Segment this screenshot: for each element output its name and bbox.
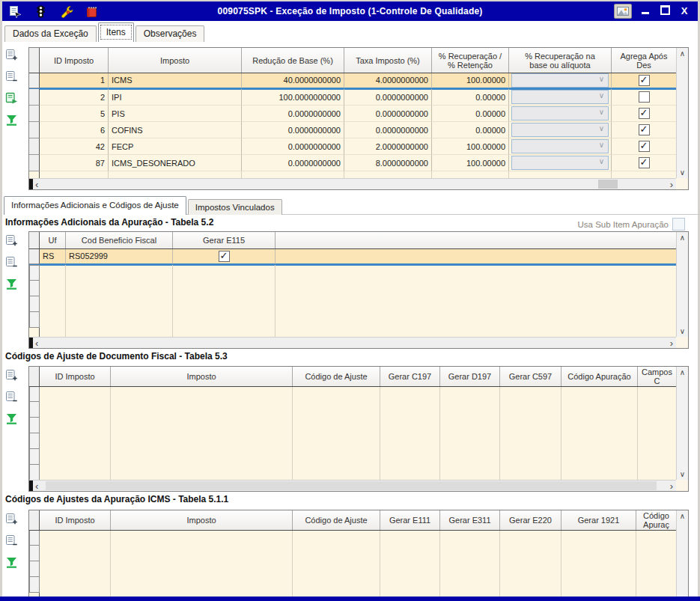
go-to-bottom-button[interactable]	[4, 113, 18, 126]
grid-cell[interactable]: COFINS	[109, 122, 242, 138]
grid-cell[interactable]: 0.00000	[432, 122, 509, 138]
scroll-left-icon[interactable]: ‹	[35, 179, 38, 189]
column-header[interactable]: Gerar C197	[380, 367, 440, 386]
grid-cell[interactable]: IPI	[109, 89, 242, 106]
horizontal-scrollbar[interactable]: ‹ ›	[29, 178, 676, 189]
row-indicator[interactable]	[29, 106, 40, 122]
column-header[interactable]: Campos C	[638, 367, 676, 386]
picture-button[interactable]	[614, 4, 632, 19]
grid-cell[interactable]: 0.0000000000	[242, 155, 344, 171]
scroll-left-icon[interactable]: ‹	[35, 481, 38, 491]
column-header[interactable]: Gerar E220	[500, 510, 561, 530]
delete-record-button[interactable]	[4, 390, 18, 403]
grid-cell[interactable]: 87	[40, 155, 109, 171]
dropdown-cell[interactable]	[511, 106, 609, 120]
row-indicator[interactable]	[29, 89, 40, 106]
grid-row[interactable]: RSRS052999	[29, 248, 676, 265]
grid-row[interactable]: 6COFINS0.00000000000.00000000000.00000	[29, 122, 676, 138]
row-indicator[interactable]	[29, 122, 40, 138]
column-header[interactable]: Uf	[40, 232, 66, 248]
go-to-bottom-button[interactable]	[4, 412, 18, 425]
grid-cell[interactable]: RS052999	[66, 248, 173, 264]
column-header[interactable]: % Recuperação na base ou alíquota	[509, 48, 612, 73]
add-record-button[interactable]	[4, 48, 18, 61]
checkbox-cell[interactable]	[639, 108, 650, 119]
add-record-button[interactable]	[4, 512, 18, 525]
scroll-down-icon[interactable]: ∨	[677, 470, 688, 478]
grid-cell[interactable]: 2	[40, 89, 109, 106]
column-header[interactable]: Código de Ajuste	[293, 510, 380, 530]
grid-row[interactable]: 1ICMS40.00000000004.0000000000100.00000	[29, 73, 676, 89]
dropdown-cell[interactable]	[511, 90, 609, 104]
delete-record-button[interactable]	[4, 534, 18, 547]
post-record-button[interactable]	[4, 91, 18, 105]
column-header[interactable]: % Recuperação / % Retenção	[432, 48, 509, 73]
column-header[interactable]: Código Apuração	[561, 367, 638, 386]
grid-cell[interactable]: 0.0000000000	[242, 106, 344, 122]
grid-cell[interactable]: 100.00000	[432, 73, 509, 88]
scrollbar-thumb[interactable]	[598, 180, 618, 189]
usa-sub-item-checkbox[interactable]	[672, 218, 685, 231]
scroll-right-icon[interactable]: ›	[670, 179, 673, 189]
column-header[interactable]: Gerar D197	[440, 367, 500, 386]
column-header[interactable]: ID Imposto	[40, 48, 109, 73]
vertical-scrollbar[interactable]: ∧	[676, 510, 688, 597]
dropdown-cell[interactable]	[511, 156, 609, 170]
column-header[interactable]: Código Apuraç	[636, 510, 676, 530]
vertical-scrollbar[interactable]: ∧ ∨	[676, 367, 688, 480]
grid-cell[interactable]: 0.0000000000	[344, 122, 432, 138]
row-indicator[interactable]	[29, 73, 40, 88]
add-record-button[interactable]	[4, 234, 18, 247]
column-header[interactable]: Gerar E111	[380, 510, 440, 530]
dropdown-cell[interactable]	[511, 73, 609, 88]
grid-53[interactable]: ID ImpostoImpostoCódigo de AjusteGerar C…	[28, 366, 689, 492]
grid-cell[interactable]: 0.00000	[432, 89, 509, 106]
grid-52[interactable]: UfCod Beneficio FiscalGerar E115 RSRS052…	[28, 231, 689, 349]
checkbox-cell[interactable]	[639, 75, 650, 86]
column-header[interactable]: Taxa Imposto (%)	[344, 48, 432, 73]
grid-cell[interactable]: 100.00000	[432, 155, 509, 171]
column-header[interactable]: ID Imposto	[40, 510, 111, 530]
column-header[interactable]: Gerar 1921	[561, 510, 636, 530]
grid-cell[interactable]: ICMS	[109, 73, 242, 88]
scroll-right-icon[interactable]: ›	[670, 481, 673, 491]
checkbox-cell[interactable]	[639, 141, 650, 152]
grid-cell[interactable]: 0.0000000000	[242, 138, 344, 155]
grid-row[interactable]: 5PIS0.00000000000.00000000000.00000	[29, 106, 676, 122]
grid-cell[interactable]: 0.0000000000	[242, 122, 344, 138]
go-to-bottom-button[interactable]	[4, 277, 18, 290]
tab-impostos-vinculados[interactable]: Impostos Vinculados	[188, 199, 282, 215]
grid-cell[interactable]: 0.0000000000	[344, 89, 432, 106]
scrollbar-thumb[interactable]	[46, 481, 657, 490]
tab-itens[interactable]: Itens	[98, 22, 134, 42]
grid-cell[interactable]: 0.0000000000	[344, 106, 432, 122]
tab-observacoes[interactable]: Observações	[136, 25, 205, 42]
row-indicator[interactable]	[29, 248, 40, 264]
dropdown-cell[interactable]	[511, 123, 609, 137]
column-header[interactable]: Gerar E115	[173, 232, 276, 248]
scroll-up-icon[interactable]: ∧	[677, 49, 688, 58]
grid-cell[interactable]: 5	[40, 106, 109, 122]
row-indicator[interactable]	[29, 138, 40, 155]
scroll-up-icon[interactable]: ∧	[677, 234, 688, 242]
vertical-scrollbar[interactable]: ∧ ∨	[676, 232, 688, 337]
grid-cell[interactable]: 8.0000000000	[344, 155, 432, 171]
dropdown-cell[interactable]	[511, 139, 609, 153]
grid-cell[interactable]: RS	[40, 248, 66, 264]
checkbox-cell[interactable]	[639, 91, 650, 103]
column-header[interactable]: Imposto	[111, 367, 293, 386]
delete-record-button[interactable]	[4, 255, 18, 269]
scroll-down-icon[interactable]: ∨	[677, 327, 688, 335]
checkbox-cell[interactable]	[639, 124, 650, 135]
tab-dados-da-excecao[interactable]: Dados da Exceção	[4, 25, 97, 42]
main-grid[interactable]: ID ImpostoImpostoRedução de Base (%)Taxa…	[28, 47, 689, 190]
grid-cell[interactable]: PIS	[109, 106, 242, 122]
column-header[interactable]: Código de Ajuste	[293, 367, 380, 386]
grid-row[interactable]: 42FECP0.00000000002.0000000000100.00000	[29, 138, 676, 155]
column-header[interactable]: Imposto	[111, 510, 293, 530]
column-header[interactable]: Gerar C597	[500, 367, 561, 386]
grid-511[interactable]: ID ImpostoImpostoCódigo de AjusteGerar E…	[28, 510, 689, 597]
column-header[interactable]: Agrega Após Des	[612, 48, 676, 73]
grid-row[interactable]: 2IPI100.00000000000.00000000000.00000	[29, 89, 676, 106]
tab-informacoes-adicionais[interactable]: Informações Adicionais e Códigos de Ajus…	[4, 196, 186, 215]
